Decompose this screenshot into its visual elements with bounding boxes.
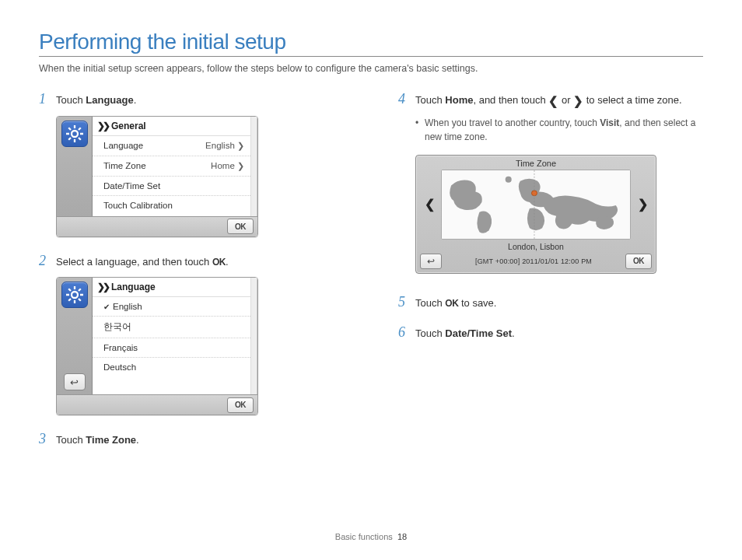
step-text: Touch Time Zone. [56, 432, 139, 448]
back-arrow-icon: ↩ [427, 256, 435, 267]
lang-item-french[interactable]: Français [93, 338, 250, 358]
right-column: 4 Touch Home, and then touch ❮ or ❯ to s… [398, 91, 703, 462]
bullet-icon: • [415, 116, 420, 144]
step-2: 2 Select a language, and then touch OK. … [39, 253, 344, 416]
title-rule [39, 56, 703, 57]
general-list: ❯❯General Language English ❯ Time Zone H… [93, 117, 250, 216]
language-panel: ↩ ❯❯Language ✔English 한국어 [56, 277, 258, 415]
content-columns: 1 Touch Language. ❯❯General [39, 91, 703, 462]
chevron-right-icon: ❯ [237, 141, 244, 150]
step-text: Touch Language. [56, 93, 136, 108]
lang-item-english[interactable]: ✔English [93, 297, 250, 317]
left-column: 1 Touch Language. ❯❯General [39, 91, 344, 462]
scrollbar[interactable] [250, 117, 257, 216]
timezone-gmt-label: [GMT +00:00] 2011/01/01 12:00 PM [446, 257, 621, 265]
timezone-panel: Time Zone ❮ [415, 155, 656, 274]
back-button[interactable]: ↩ [64, 373, 86, 390]
svg-line-5 [68, 128, 71, 130]
world-map[interactable] [441, 170, 631, 240]
step-number: 4 [398, 91, 409, 107]
step-number: 1 [39, 91, 50, 107]
svg-line-8 [79, 128, 81, 130]
list-item-timezone[interactable]: Time Zone Home ❯ [93, 156, 250, 177]
step-text: Touch Home, and then touch ❮ or ❯ to sel… [415, 93, 682, 108]
next-timezone-button[interactable]: ❯ [634, 177, 651, 232]
ok-button[interactable]: OK [625, 254, 652, 269]
list-item-datetime[interactable]: Date/Time Set [93, 177, 250, 196]
step-5: 5 Touch OK to save. [398, 294, 703, 311]
back-arrow-icon: ↩ [70, 376, 79, 388]
step-number: 5 [398, 294, 409, 310]
check-icon: ✔ [103, 303, 110, 311]
step-6: 6 Touch Date/Time Set. [398, 324, 703, 341]
svg-point-19 [506, 176, 512, 182]
language-header: ❯❯Language [93, 278, 250, 297]
step-4-bullet: • When you travel to another country, to… [415, 116, 703, 144]
prev-timezone-button[interactable]: ❮ [421, 177, 438, 232]
step-4: 4 Touch Home, and then touch ❮ or ❯ to s… [398, 91, 703, 274]
gear-icon [61, 121, 88, 147]
ok-button[interactable]: OK [227, 397, 254, 413]
svg-point-9 [72, 292, 78, 298]
panel-sidebar: ↩ [57, 278, 93, 394]
language-list: ❯❯Language ✔English 한국어 Français [93, 278, 250, 394]
ok-icon: OK [445, 296, 458, 310]
list-item-touchcal[interactable]: Touch Calibration [93, 196, 250, 215]
step-text: Touch OK to save. [415, 296, 496, 311]
svg-line-7 [68, 138, 71, 140]
svg-line-15 [79, 299, 81, 301]
timezone-city: London, Lisbon [416, 242, 656, 251]
list-item-language[interactable]: Language English ❯ [93, 136, 250, 156]
scrollbar[interactable] [250, 278, 257, 394]
page-title: Performing the initial setup [39, 30, 703, 54]
step-number: 3 [39, 431, 50, 447]
chevron-left-icon: ❮ [425, 197, 435, 212]
svg-line-14 [68, 289, 71, 291]
lang-item-korean[interactable]: 한국어 [93, 317, 250, 338]
step-3: 3 Touch Time Zone. [39, 431, 344, 448]
svg-line-17 [79, 289, 81, 291]
step-number: 6 [398, 324, 409, 341]
timezone-title: Time Zone [416, 156, 656, 170]
svg-line-6 [79, 138, 81, 140]
back-button[interactable]: ↩ [420, 254, 442, 269]
general-header: ❯❯General [93, 117, 250, 136]
lang-item-german[interactable]: Deutsch [93, 358, 250, 376]
step-1: 1 Touch Language. ❯❯General [39, 91, 344, 237]
general-settings-panel: ❯❯General Language English ❯ Time Zone H… [56, 116, 258, 237]
panel-sidebar [57, 117, 93, 216]
page-subtitle: When the initial setup screen appears, f… [39, 63, 703, 74]
gear-icon [61, 282, 88, 308]
svg-line-16 [68, 299, 71, 301]
chevron-right-icon: ❯ [638, 197, 648, 212]
step-number: 2 [39, 253, 50, 269]
step-text: Touch Date/Time Set. [415, 326, 515, 341]
ok-button[interactable]: OK [227, 219, 254, 234]
ok-icon: OK [212, 255, 226, 269]
page-footer: Basic functions 18 [0, 532, 742, 541]
step-text: Select a language, and then touch OK. [56, 254, 229, 270]
chevron-right-icon: ❯ [237, 161, 244, 170]
svg-point-0 [72, 131, 78, 137]
